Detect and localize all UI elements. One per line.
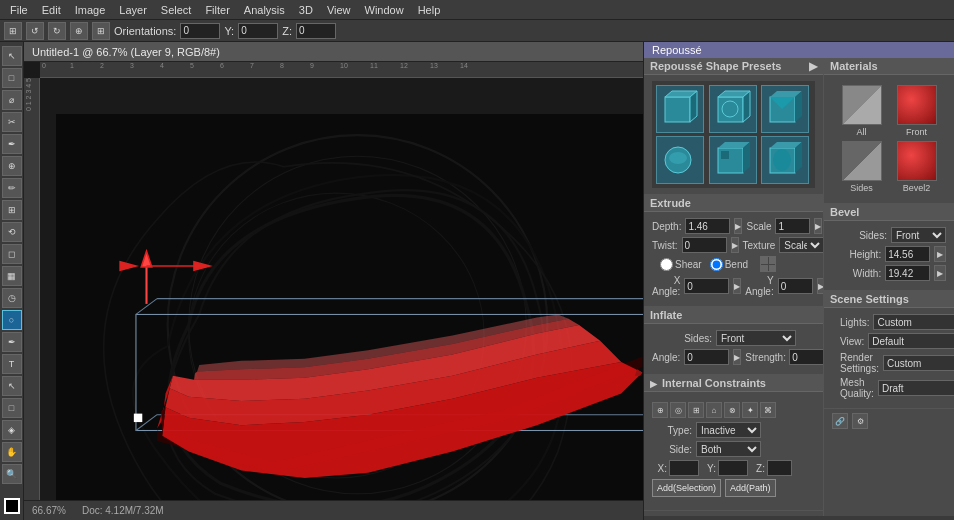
menu-select[interactable]: Select (155, 2, 198, 18)
twist-arrow[interactable]: ▶ (731, 237, 739, 253)
tool-3d[interactable]: ◈ (2, 420, 22, 440)
y-angle-arrow[interactable]: ▶ (817, 278, 824, 294)
material-sides[interactable]: Sides (836, 141, 887, 193)
inflate-angle-input[interactable] (684, 349, 729, 365)
menu-help[interactable]: Help (412, 2, 447, 18)
y-angle-input[interactable] (778, 278, 813, 294)
canvas-3d-scene[interactable] (56, 114, 644, 520)
menu-image[interactable]: Image (69, 2, 112, 18)
tool-path-select[interactable]: ↖ (2, 376, 22, 396)
tool-history[interactable]: ⟲ (2, 222, 22, 242)
y-label-constraint: Y: (701, 463, 716, 474)
preset-6[interactable] (761, 136, 809, 184)
tool-zoom[interactable]: 🔍 (2, 464, 22, 484)
depth-arrow[interactable]: ▶ (734, 218, 742, 234)
tool-lasso[interactable]: ⌀ (2, 90, 22, 110)
tool-text[interactable]: T (2, 354, 22, 374)
menu-window[interactable]: Window (359, 2, 410, 18)
bend-radio[interactable] (710, 258, 723, 271)
scale-arrow[interactable]: ▶ (814, 218, 822, 234)
view-input[interactable] (868, 333, 954, 349)
material-bevel2[interactable]: Bevel2 (891, 141, 942, 193)
preset-4[interactable] (656, 136, 704, 184)
tool-gradient[interactable]: ▦ (2, 266, 22, 286)
tool-hand[interactable]: ✋ (2, 442, 22, 462)
shear-radio-label[interactable]: Shear (660, 258, 702, 271)
constraint-icon-6[interactable]: ✦ (742, 402, 758, 418)
tool-dodge[interactable]: ○ (2, 310, 22, 330)
preset-5[interactable] (709, 136, 757, 184)
lights-input[interactable] (873, 314, 954, 330)
preset-2[interactable] (709, 85, 757, 133)
x-angle-input[interactable] (684, 278, 729, 294)
tool-pen[interactable]: ✒ (2, 332, 22, 352)
menu-analysis[interactable]: Analysis (238, 2, 291, 18)
add-selection-button[interactable]: Add(Selection) (652, 479, 721, 497)
depth-input[interactable] (685, 218, 730, 234)
bevel-height-arrow[interactable]: ▶ (934, 246, 946, 262)
add-path-button[interactable]: Add(Path) (725, 479, 776, 497)
preset-1[interactable] (656, 85, 704, 133)
bevel-width-arrow[interactable]: ▶ (934, 265, 946, 281)
side-select[interactable]: Both (696, 441, 761, 457)
tool-crop[interactable]: ✂ (2, 112, 22, 132)
bevel-sides-select[interactable]: Front (891, 227, 946, 243)
ruler-1: 1 (70, 62, 74, 69)
material-front[interactable]: Front (891, 85, 942, 137)
constraint-icon-3[interactable]: ⊞ (688, 402, 704, 418)
tool-heal[interactable]: ⊕ (2, 156, 22, 176)
presets-scroll-arrow[interactable]: ▶ (809, 60, 817, 73)
y-input[interactable] (238, 23, 278, 39)
tool-brush[interactable]: ✏ (2, 178, 22, 198)
twist-input[interactable] (682, 237, 727, 253)
grid-icon[interactable] (760, 256, 776, 272)
menu-edit[interactable]: Edit (36, 2, 67, 18)
tool-shape[interactable]: □ (2, 398, 22, 418)
tool-icon-2[interactable]: ↺ (26, 22, 44, 40)
x-angle-arrow[interactable]: ▶ (733, 278, 741, 294)
tool-eyedrop[interactable]: ✒ (2, 134, 22, 154)
tool-icon-1[interactable]: ⊞ (4, 22, 22, 40)
shear-radio[interactable] (660, 258, 673, 271)
reposse-title-text: Repoussé (652, 44, 702, 56)
tool-move[interactable]: ↖ (2, 46, 22, 66)
inflate-strength-input[interactable] (789, 349, 824, 365)
tool-icon-4[interactable]: ⊕ (70, 22, 88, 40)
constraint-icon-4[interactable]: ⌂ (706, 402, 722, 418)
menu-file[interactable]: File (4, 2, 34, 18)
tool-stamp[interactable]: ⊞ (2, 200, 22, 220)
extra-icon-2[interactable]: ⚙ (852, 413, 868, 429)
render-input[interactable] (883, 355, 954, 371)
z-input[interactable] (296, 23, 336, 39)
constraint-icon-2[interactable]: ◎ (670, 402, 686, 418)
menu-3d[interactable]: 3D (293, 2, 319, 18)
tool-icon-5[interactable]: ⊞ (92, 22, 110, 40)
texture-select[interactable]: Scale (779, 237, 824, 253)
foreground-color[interactable] (4, 498, 20, 514)
extra-icon-1[interactable]: 🔗 (832, 413, 848, 429)
y-coord-input[interactable] (718, 460, 748, 476)
z-coord-input[interactable] (767, 460, 792, 476)
preset-3[interactable] (761, 85, 809, 133)
tool-select-rect[interactable]: □ (2, 68, 22, 88)
tool-icon-3[interactable]: ↻ (48, 22, 66, 40)
type-select[interactable]: Inactive (696, 422, 761, 438)
constraint-icon-7[interactable]: ⌘ (760, 402, 776, 418)
menu-filter[interactable]: Filter (199, 2, 235, 18)
inflate-angle-arrow[interactable]: ▶ (733, 349, 741, 365)
mesh-input[interactable] (878, 380, 954, 396)
material-all[interactable]: All (836, 85, 887, 137)
bevel-width-input[interactable] (885, 265, 930, 281)
menu-layer[interactable]: Layer (113, 2, 153, 18)
scale-input[interactable] (775, 218, 810, 234)
constraint-icon-1[interactable]: ⊕ (652, 402, 668, 418)
bend-radio-label[interactable]: Bend (710, 258, 748, 271)
x-input[interactable] (180, 23, 220, 39)
inflate-sides-select[interactable]: Front (716, 330, 796, 346)
constraint-icon-5[interactable]: ⊗ (724, 402, 740, 418)
menu-view[interactable]: View (321, 2, 357, 18)
tool-blur[interactable]: ◷ (2, 288, 22, 308)
x-coord-input[interactable] (669, 460, 699, 476)
bevel-height-input[interactable] (885, 246, 930, 262)
tool-eraser[interactable]: ◻ (2, 244, 22, 264)
